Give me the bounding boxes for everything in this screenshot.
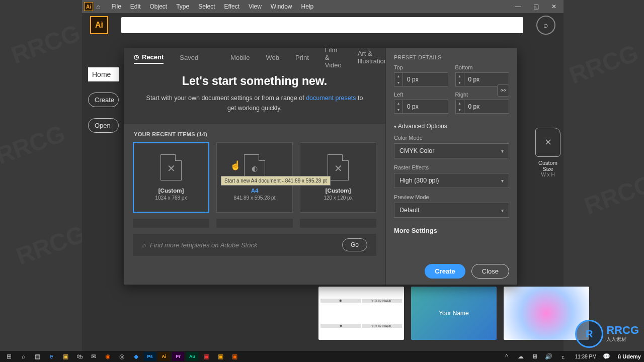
search-icon: ⌕: [142, 241, 146, 249]
template-text: YOUR NAME: [362, 299, 402, 303]
close-button[interactable]: Close: [471, 264, 509, 279]
ai-logo: Ai: [90, 16, 108, 34]
menu-type[interactable]: Type: [172, 1, 193, 12]
card-stub[interactable]: [216, 219, 293, 228]
tab-web[interactable]: Web: [266, 54, 280, 63]
tab-art-illustration[interactable]: Art & Illustration: [358, 50, 387, 67]
premiere-icon[interactable]: Pr: [172, 352, 184, 361]
stock-search-input[interactable]: ⌕ Find more templates on Adobe Stock: [142, 241, 337, 249]
notifications-icon[interactable]: 💬: [601, 352, 613, 361]
dialog-left-pane: ◷Recent Saved Mobile Web Print Film & Vi…: [124, 48, 385, 285]
left-input[interactable]: ▲▼ 0 px: [394, 100, 448, 114]
top-search-bar[interactable]: [121, 17, 523, 33]
rrcg-ring-icon: R: [575, 320, 603, 348]
audition-icon[interactable]: Au: [186, 352, 198, 361]
photoshop-icon[interactable]: Ps: [144, 352, 156, 361]
bottom-label: Bottom: [455, 64, 510, 70]
language-icon[interactable]: ح: [557, 352, 569, 361]
intro-text: Start with your own document settings or…: [144, 93, 365, 113]
explorer-icon[interactable]: ▣: [59, 352, 71, 361]
tab-saved[interactable]: Saved: [180, 54, 198, 63]
card-stub[interactable]: [300, 219, 376, 228]
edge-icon[interactable]: e: [45, 352, 57, 361]
card-dimensions: 120 x 120 px: [324, 195, 352, 201]
create-new-button[interactable]: Create: [88, 93, 119, 107]
raster-effects-select[interactable]: High (300 ppi): [394, 173, 509, 188]
link-icon[interactable]: ⚯: [497, 84, 509, 97]
home-icon[interactable]: ⌂: [96, 3, 100, 11]
menu-window[interactable]: Window: [267, 1, 296, 12]
left-value[interactable]: 0 px: [403, 100, 448, 114]
menu-view[interactable]: View: [245, 1, 266, 12]
tray-up-icon[interactable]: ^: [501, 352, 513, 361]
custom-size-preset[interactable]: Custom Size W x H: [532, 128, 564, 177]
recent-cards-row-2: [124, 213, 385, 228]
search-taskbar-icon[interactable]: ⌕: [17, 352, 29, 361]
task-view-icon[interactable]: ▤: [31, 352, 43, 361]
watermark: RRCG: [0, 119, 68, 169]
maximize-button[interactable]: ◱: [528, 1, 543, 12]
recent-cards: ✕ [Custom] 1024 x 768 px ☝ ◐ Start a new…: [124, 142, 385, 213]
menu-file[interactable]: File: [107, 1, 125, 12]
menu-effect[interactable]: Effect: [220, 1, 244, 12]
menu-select[interactable]: Select: [194, 1, 219, 12]
preview-mode-label: Preview Mode: [394, 194, 509, 200]
top-input[interactable]: ▲▼ 0 px: [394, 72, 448, 86]
spinner[interactable]: ▲▼: [394, 72, 403, 86]
chrome-icon[interactable]: ◎: [116, 352, 128, 361]
menu-help[interactable]: Help: [297, 1, 318, 12]
card-dimensions: 841.89 x 595.28 pt: [234, 195, 276, 201]
mail-icon[interactable]: ✉: [88, 352, 100, 361]
tab-mobile[interactable]: Mobile: [230, 54, 250, 63]
left-label: Left: [394, 92, 448, 98]
volume-icon[interactable]: 🔊: [543, 352, 555, 361]
top-value[interactable]: 0 px: [403, 72, 448, 86]
spinner[interactable]: ▲▼: [394, 100, 403, 114]
template-card[interactable]: ◉YOUR NAME ◆YOUR NAME: [318, 287, 404, 340]
intro-text-1: Start with your own document settings or…: [146, 95, 306, 102]
app-icon[interactable]: ▣: [200, 352, 212, 361]
preset-details-panel: PRESET DETAILS Top ▲▼ 0 px Bottom ▲▼ 0 p…: [385, 48, 517, 285]
color-mode-select[interactable]: CMYK Color: [394, 143, 509, 158]
right-value[interactable]: 0 px: [464, 100, 510, 114]
tab-film-video[interactable]: Film & Video: [325, 46, 342, 71]
app-icon[interactable]: ▣: [214, 352, 226, 361]
tab-print[interactable]: Print: [295, 54, 309, 63]
preview-value: Default: [399, 207, 420, 214]
rrcg-subtext: 人人素材: [606, 336, 639, 343]
menu-edit[interactable]: Edit: [126, 1, 145, 12]
document-presets-link[interactable]: document presets: [306, 95, 356, 102]
start-button[interactable]: ⊞: [3, 352, 15, 361]
home-tab[interactable]: Home: [88, 67, 119, 81]
create-button[interactable]: Create: [425, 264, 465, 279]
minimize-button[interactable]: —: [510, 1, 525, 12]
open-button[interactable]: Open: [88, 118, 119, 133]
template-card[interactable]: Your Name: [411, 287, 497, 340]
menu-object[interactable]: Object: [146, 1, 172, 12]
search-icon[interactable]: ⌕: [536, 16, 555, 35]
recent-card-a4[interactable]: ☝ ◐ Start a new A4 document - 841.89 x 5…: [216, 142, 293, 213]
card-stub[interactable]: [133, 219, 209, 228]
network-icon[interactable]: 🖥: [529, 352, 541, 361]
firefox-icon[interactable]: ◉: [102, 352, 114, 361]
watermark: RRCG: [8, 19, 84, 69]
recent-items-label: YOUR RECENT ITEMS (14): [124, 124, 385, 142]
app-icon[interactable]: ▣: [228, 352, 240, 361]
udemy-watermark: û Udemy: [618, 353, 641, 359]
close-window-button[interactable]: ✕: [546, 1, 561, 12]
illustrator-taskbar-icon[interactable]: Ai: [158, 352, 170, 361]
recent-card-custom-1024[interactable]: ✕ [Custom] 1024 x 768 px: [133, 142, 209, 213]
onedrive-icon[interactable]: ☁: [515, 352, 527, 361]
more-settings-button[interactable]: More Settings: [394, 227, 509, 234]
spinner[interactable]: ▲▼: [455, 100, 464, 114]
store-icon[interactable]: 🛍: [73, 352, 86, 361]
tab-recent[interactable]: ◷Recent: [134, 53, 164, 64]
advanced-options-toggle[interactable]: Advanced Options: [394, 123, 509, 130]
preview-mode-select[interactable]: Default: [394, 203, 509, 218]
go-button[interactable]: Go: [342, 238, 367, 251]
spinner[interactable]: ▲▼: [455, 72, 464, 86]
card-title: A4: [251, 188, 259, 194]
right-input[interactable]: ▲▼ 0 px: [455, 100, 510, 114]
app-icon[interactable]: ◆: [130, 352, 142, 361]
taskbar-clock[interactable]: 11:39 PM: [575, 354, 597, 359]
